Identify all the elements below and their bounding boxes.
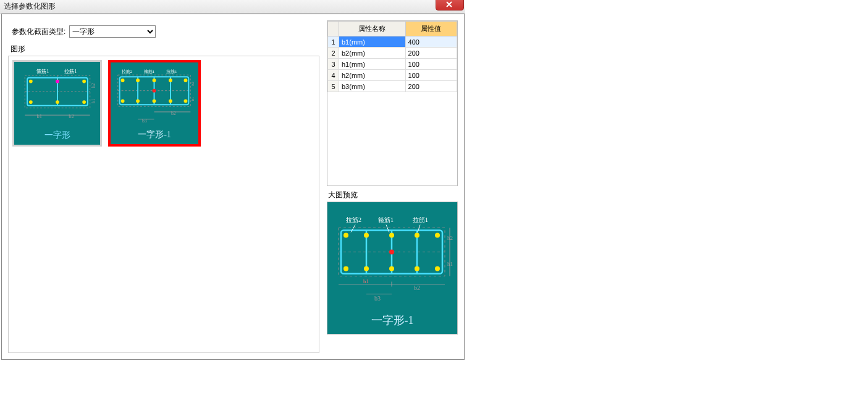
svg-text:箍筋1: 箍筋1: [36, 69, 49, 74]
window-title: 选择参数化图形: [4, 1, 56, 12]
preview-caption: 一字形-1: [371, 309, 414, 334]
svg-point-62: [389, 250, 394, 255]
svg-text:b3: b3: [374, 295, 381, 302]
svg-point-55: [415, 233, 419, 238]
svg-text:b2: b2: [171, 111, 176, 116]
svg-text:b3: b3: [142, 118, 147, 124]
svg-text:b2: b2: [69, 113, 74, 119]
type-row: 参数化截面类型: 一字形: [12, 25, 319, 38]
preview-diagram-icon: 拉筋2 箍筋1 拉筋1 b1 b2 b3 h2 h1: [327, 202, 457, 309]
svg-text:拉筋2: 拉筋2: [346, 216, 361, 223]
svg-point-32: [136, 99, 140, 103]
shapes-group-label: 图形: [11, 44, 319, 54]
svg-point-30: [183, 79, 187, 82]
title-bar: 选择参数化图形: [0, 0, 465, 14]
svg-text:箍筋1: 箍筋1: [378, 216, 394, 223]
left-column: 参数化截面类型: 一字形 图形: [8, 20, 319, 353]
svg-text:拉筋1: 拉筋1: [64, 69, 77, 74]
shape-diagram-icon: 拉筋2 箍筋1 拉筋1 b2 b3 h2 h1: [111, 62, 198, 129]
preview-label: 大图预览: [328, 190, 458, 200]
table-row[interactable]: 2 b2(mm) 200: [328, 48, 457, 59]
svg-text:b2: b2: [414, 284, 420, 291]
svg-point-26: [121, 79, 125, 82]
table-row[interactable]: 3 h1(mm) 100: [328, 59, 457, 70]
table-row[interactable]: 4 h2(mm) 100: [328, 70, 457, 81]
svg-point-33: [153, 99, 156, 103]
svg-point-8: [29, 100, 33, 104]
svg-text:h1: h1: [91, 98, 96, 103]
svg-point-61: [435, 267, 440, 271]
right-column: 属性名称 属性值 1 b1(mm) 400 2 b2(mm) 200: [327, 20, 458, 353]
property-table[interactable]: 属性名称 属性值 1 b1(mm) 400 2 b2(mm) 200: [327, 21, 457, 92]
svg-point-53: [364, 233, 369, 238]
col-idx: [328, 22, 339, 36]
svg-point-36: [153, 89, 156, 93]
svg-text:h2: h2: [190, 81, 195, 85]
shape-diagram-icon: 箍筋1 拉筋1 b1 b2 h2 h1: [14, 62, 100, 130]
svg-point-31: [121, 99, 125, 103]
shape-thumb-0[interactable]: 箍筋1 拉筋1 b1 b2 h2 h1 一字形: [12, 60, 102, 147]
svg-text:h2: h2: [91, 83, 96, 88]
col-name: 属性名称: [339, 22, 406, 36]
svg-point-29: [169, 79, 172, 82]
svg-point-56: [435, 233, 440, 238]
svg-point-7: [82, 80, 86, 83]
table-row[interactable]: 1 b1(mm) 400: [328, 36, 457, 48]
svg-text:h1: h1: [190, 96, 195, 101]
svg-point-5: [29, 80, 33, 83]
svg-point-11: [56, 80, 59, 83]
svg-text:拉筋1: 拉筋1: [166, 69, 177, 74]
svg-text:拉筋1: 拉筋1: [413, 216, 428, 223]
shape-thumb-label: 一字形: [44, 130, 70, 145]
shape-thumb-1[interactable]: 拉筋2 箍筋1 拉筋1 b2 b3 h2 h1 一字形-1: [108, 60, 201, 147]
svg-point-28: [153, 79, 156, 82]
svg-point-58: [364, 267, 369, 271]
svg-text:b1: b1: [36, 113, 42, 119]
svg-point-9: [56, 100, 59, 104]
svg-point-54: [389, 233, 394, 238]
property-table-wrap: 属性名称 属性值 1 b1(mm) 400 2 b2(mm) 200: [327, 20, 458, 186]
close-button[interactable]: [436, 0, 464, 11]
col-value: 属性值: [405, 22, 457, 36]
svg-text:b1: b1: [363, 278, 369, 284]
close-icon: [446, 1, 453, 7]
svg-text:箍筋1: 箍筋1: [144, 69, 155, 74]
table-row[interactable]: 5 b3(mm) 200: [328, 81, 457, 92]
svg-point-10: [82, 100, 86, 104]
shapes-box: 箍筋1 拉筋1 b1 b2 h2 h1 一字形: [8, 56, 319, 353]
svg-point-60: [415, 267, 419, 271]
svg-point-27: [136, 79, 140, 82]
svg-point-34: [169, 99, 172, 103]
dialog-body: 参数化截面类型: 一字形 图形: [1, 14, 465, 360]
svg-text:拉筋2: 拉筋2: [122, 69, 133, 74]
type-select[interactable]: 一字形: [69, 25, 156, 38]
svg-point-59: [389, 267, 394, 271]
shape-thumb-label: 一字形-1: [138, 129, 171, 144]
svg-point-35: [183, 99, 187, 103]
svg-point-57: [343, 267, 348, 271]
preview-box: 拉筋2 箍筋1 拉筋1 b1 b2 b3 h2 h1 一字形-1: [327, 202, 458, 335]
svg-point-52: [343, 233, 348, 238]
type-label: 参数化截面类型:: [12, 27, 65, 37]
